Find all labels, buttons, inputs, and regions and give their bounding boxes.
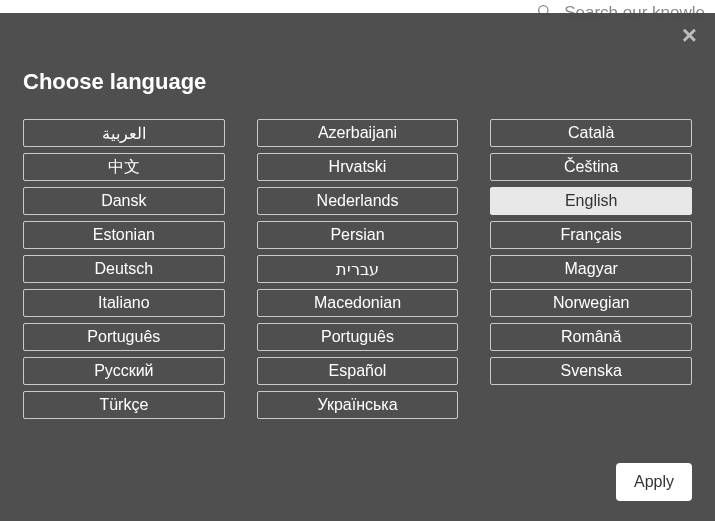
language-modal: × Choose language العربية中文DanskEstonian… [0, 13, 715, 521]
language-option[interactable]: English [490, 187, 692, 215]
language-option[interactable]: Hrvatski [257, 153, 459, 181]
language-column: CatalàČeštinaEnglishFrançaisMagyarNorweg… [490, 119, 692, 419]
language-option[interactable]: Persian [257, 221, 459, 249]
language-option[interactable]: Magyar [490, 255, 692, 283]
apply-button[interactable]: Apply [616, 463, 692, 501]
language-option[interactable]: Azerbaijani [257, 119, 459, 147]
language-option[interactable]: Estonian [23, 221, 225, 249]
language-option[interactable]: עברית [257, 255, 459, 283]
language-option[interactable]: Nederlands [257, 187, 459, 215]
language-option[interactable]: Svenska [490, 357, 692, 385]
language-option[interactable]: Italiano [23, 289, 225, 317]
language-option[interactable]: Català [490, 119, 692, 147]
language-option[interactable]: Français [490, 221, 692, 249]
language-option[interactable]: Türkçe [23, 391, 225, 419]
language-option[interactable]: Português [23, 323, 225, 351]
language-option[interactable]: Norwegian [490, 289, 692, 317]
language-column: العربية中文DanskEstonianDeutschItalianoPor… [23, 119, 225, 419]
language-option[interactable]: Macedonian [257, 289, 459, 317]
close-icon[interactable]: × [682, 22, 697, 48]
language-option[interactable]: Deutsch [23, 255, 225, 283]
language-grid: العربية中文DanskEstonianDeutschItalianoPor… [0, 95, 715, 419]
language-option[interactable]: Português [257, 323, 459, 351]
language-option[interactable]: Dansk [23, 187, 225, 215]
language-column: AzerbaijaniHrvatskiNederlandsPersianעברי… [257, 119, 459, 419]
modal-title: Choose language [0, 13, 715, 95]
language-option[interactable]: العربية [23, 119, 225, 147]
language-option[interactable]: Čeština [490, 153, 692, 181]
language-option[interactable]: Română [490, 323, 692, 351]
language-option[interactable]: Українська [257, 391, 459, 419]
language-option[interactable]: Español [257, 357, 459, 385]
language-option[interactable]: Русский [23, 357, 225, 385]
language-option[interactable]: 中文 [23, 153, 225, 181]
